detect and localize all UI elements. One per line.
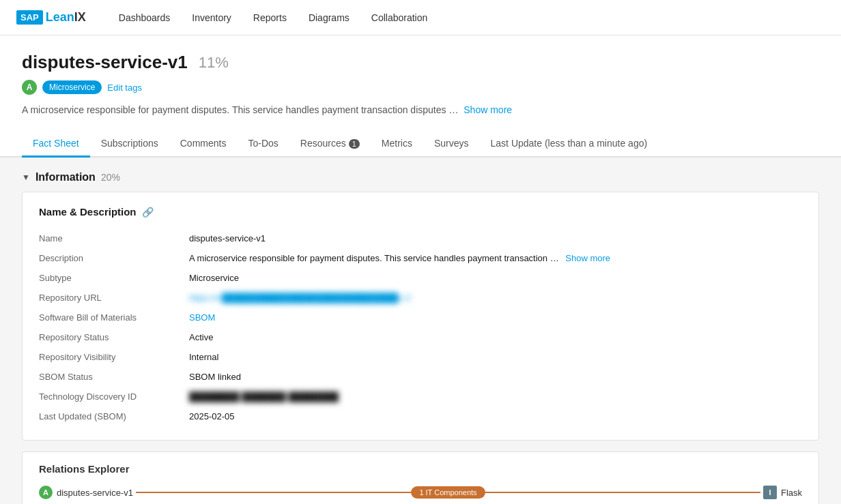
tag-type-badge: Microservice	[42, 80, 102, 94]
relations-title: Relations Explorer	[39, 463, 802, 475]
nav-collaboration[interactable]: Collaboration	[371, 10, 428, 26]
field-value-description: A microservice responsible for payment d…	[189, 248, 802, 268]
source-node: A disputes-service-v1	[39, 486, 133, 499]
table-row: Repository Status Active	[39, 327, 802, 347]
tags-row: A Microservice Edit tags	[22, 80, 819, 95]
tab-surveys[interactable]: Surveys	[423, 131, 480, 158]
nav-diagrams[interactable]: Diagrams	[309, 10, 350, 26]
tab-subscriptions[interactable]: Subscriptions	[90, 131, 169, 158]
field-value-discovery-id: ████████ ███████ ████████	[189, 387, 802, 406]
name-description-card: Name & Description 🔗 Name disputes-servi…	[22, 192, 819, 441]
field-label-subtype: Subtype	[39, 268, 189, 288]
field-value-repo-url[interactable]: https://cl████████████████████████████o-…	[189, 288, 802, 308]
nav-dashboards[interactable]: Dashboards	[119, 10, 171, 26]
completion-percentage: 11%	[199, 54, 229, 72]
end-node: I Flask	[763, 486, 802, 499]
page-header: disputes-service-v1 11% A Microservice E…	[0, 35, 841, 125]
field-value-sbom[interactable]: SBOM	[189, 308, 802, 327]
sap-logo: SAP	[16, 10, 43, 25]
navbar: SAP LeanIX Dashboards Inventory Reports …	[0, 0, 841, 35]
tab-todos[interactable]: To-Dos	[237, 131, 289, 158]
edit-tags-link[interactable]: Edit tags	[107, 83, 142, 93]
field-label-repo-url: Repository URL	[39, 288, 189, 308]
field-value-repo-visibility: Internal	[189, 347, 802, 367]
relations-explorer-card: Relations Explorer A disputes-service-v1…	[22, 451, 819, 504]
end-node-badge: I	[763, 486, 777, 499]
tag-letter-badge: A	[22, 80, 37, 95]
relation-row: A disputes-service-v1 1 IT Components I …	[39, 486, 802, 499]
information-section-header: ▼ Information 20%	[22, 171, 819, 183]
tabs-bar: Fact Sheet Subscriptions Comments To-Dos…	[0, 131, 841, 158]
table-row: Subtype Microservice	[39, 268, 802, 288]
table-row: SBOM Status SBOM linked	[39, 367, 802, 387]
end-node-label: Flask	[781, 488, 802, 498]
repo-url-link[interactable]: https://cl████████████████████████████o-…	[189, 293, 411, 303]
sbom-link[interactable]: SBOM	[189, 312, 215, 323]
information-section-title: Information	[35, 171, 96, 183]
source-node-badge: A	[39, 486, 53, 499]
field-label-last-updated: Last Updated (SBOM)	[39, 406, 189, 426]
field-label-repo-visibility: Repository Visibility	[39, 347, 189, 367]
field-label-description: Description	[39, 248, 189, 268]
title-row: disputes-service-v1 11%	[22, 52, 819, 73]
table-row: Repository URL https://cl███████████████…	[39, 288, 802, 308]
tab-fact-sheet[interactable]: Fact Sheet	[22, 131, 90, 158]
description-row: A microservice responsible for payment d…	[22, 103, 819, 117]
connector-label[interactable]: 1 IT Components	[411, 486, 485, 499]
table-row: Last Updated (SBOM) 2025-02-05	[39, 406, 802, 426]
nav-inventory[interactable]: Inventory	[192, 10, 231, 26]
field-label-discovery-id: Technology Discovery ID	[39, 387, 189, 406]
information-section-pct: 20%	[101, 172, 120, 183]
card-title: Name & Description	[39, 206, 137, 218]
link-icon[interactable]: 🔗	[142, 207, 154, 218]
field-label-name: Name	[39, 228, 189, 248]
leanix-logo: LeanIX	[46, 10, 86, 25]
table-row: Repository Visibility Internal	[39, 347, 802, 367]
page-title: disputes-service-v1	[22, 52, 188, 73]
field-value-subtype: Microservice	[189, 268, 802, 288]
relation-connector: 1 IT Components	[136, 486, 760, 499]
field-value-name: disputes-service-v1	[189, 228, 802, 248]
table-row: Name disputes-service-v1	[39, 228, 802, 248]
field-value-repo-status: Active	[189, 327, 802, 347]
resources-badge: 1	[349, 139, 360, 149]
tab-resources[interactable]: Resources1	[289, 131, 371, 158]
info-table: Name disputes-service-v1 Description A m…	[39, 228, 802, 426]
field-label-sbom-status: SBOM Status	[39, 367, 189, 387]
show-more-description-card[interactable]: Show more	[565, 253, 610, 263]
table-row: Software Bill of Materials SBOM	[39, 308, 802, 327]
tab-last-update[interactable]: Last Update (less than a minute ago)	[480, 131, 659, 158]
tab-comments[interactable]: Comments	[169, 131, 238, 158]
description-text: A microservice responsible for payment d…	[22, 104, 458, 115]
collapse-information-button[interactable]: ▼	[22, 173, 30, 182]
nav-reports[interactable]: Reports	[253, 10, 287, 26]
source-node-label: disputes-service-v1	[57, 488, 133, 498]
card-title-row: Name & Description 🔗	[39, 206, 802, 218]
table-row: Technology Discovery ID ████████ ███████…	[39, 387, 802, 406]
table-row: Description A microservice responsible f…	[39, 248, 802, 268]
content-area: ▼ Information 20% Name & Description 🔗 N…	[0, 158, 841, 504]
tab-metrics[interactable]: Metrics	[371, 131, 423, 158]
field-label-sbom: Software Bill of Materials	[39, 308, 189, 327]
field-value-last-updated: 2025-02-05	[189, 406, 802, 426]
logo[interactable]: SAP LeanIX	[16, 10, 86, 25]
show-more-description[interactable]: Show more	[464, 104, 512, 115]
field-label-repo-status: Repository Status	[39, 327, 189, 347]
field-value-sbom-status: SBOM linked	[189, 367, 802, 387]
